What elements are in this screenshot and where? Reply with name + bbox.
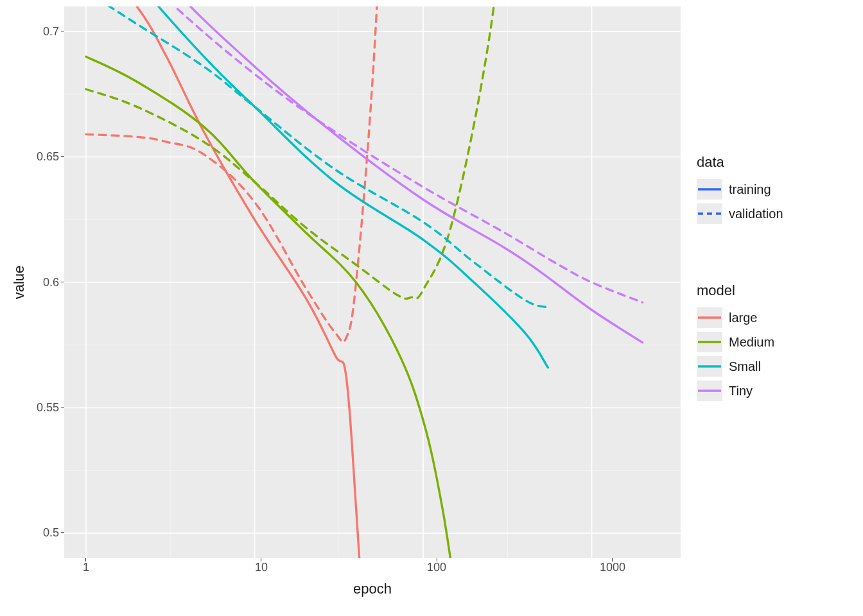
y-tick-label: 0.55 (37, 401, 59, 415)
legend-item-large: large (697, 305, 774, 330)
legend-label: Medium (729, 335, 774, 350)
legend-item-medium: Medium (697, 330, 774, 354)
legend-label: large (729, 311, 757, 325)
plot-panel (64, 6, 681, 558)
legend-label: Small (729, 359, 761, 374)
y-tick-label: 0.7 (43, 25, 59, 38)
legend-label: training (729, 182, 771, 197)
plot-svg (64, 6, 681, 558)
legend-item-tiny: Tiny (697, 379, 774, 403)
x-tick-label: 10 (255, 561, 268, 574)
chart-figure: value epoch 0.5 0.55 0.6 0.65 0.7 1 10 1… (0, 0, 863, 616)
legend-item-small: Small (697, 354, 774, 379)
legend-data-title: data (697, 154, 783, 171)
legend-model: model large Medium Small Tiny (697, 282, 774, 403)
y-tick-label: 0.6 (43, 276, 59, 289)
x-tick-mark (261, 558, 261, 561)
x-axis-title: epoch (353, 581, 392, 597)
legend-item-validation: validation (697, 201, 783, 226)
legend-key-icon (697, 307, 722, 328)
legend-item-training: training (697, 177, 783, 201)
y-tick-label: 0.5 (43, 526, 59, 540)
legend-model-title: model (697, 282, 774, 299)
x-tick-mark (437, 558, 437, 561)
x-tick-mark (85, 558, 86, 561)
y-axis-title: value (11, 266, 28, 300)
legend-label: Tiny (729, 384, 753, 398)
y-tick-label: 0.65 (37, 150, 59, 164)
legend-key-icon (697, 332, 722, 352)
x-tick-label: 1 (83, 561, 89, 574)
legend-data: data training validation (697, 154, 783, 226)
x-tick-mark (612, 558, 613, 561)
legend-label: validation (729, 207, 783, 221)
legend-key-dashed-icon (697, 203, 722, 224)
x-tick-label: 100 (427, 561, 446, 574)
legend-key-icon (697, 381, 722, 401)
x-tick-label: 1000 (600, 561, 625, 574)
legend-key-solid-icon (697, 179, 722, 200)
legend-key-icon (697, 356, 722, 377)
